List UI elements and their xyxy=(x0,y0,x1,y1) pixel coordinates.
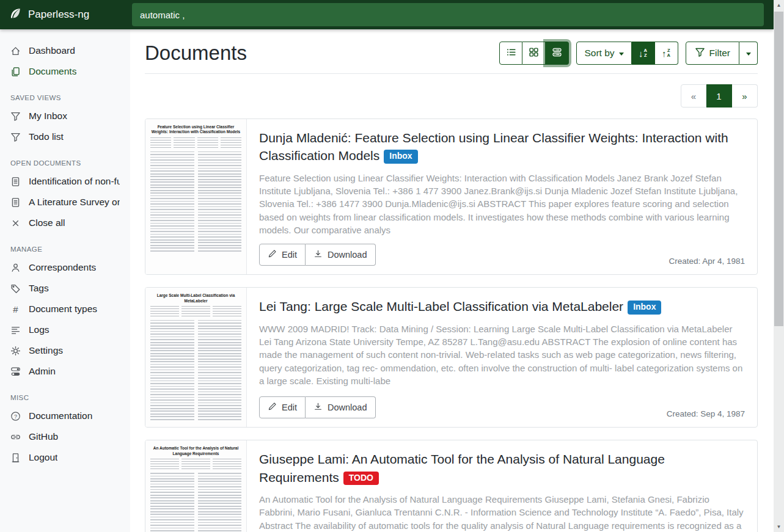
list-view-icon xyxy=(506,47,516,60)
sort-descending-icon: ↑ ZA xyxy=(662,48,670,58)
hash-icon: # xyxy=(10,304,21,315)
tag-badge[interactable]: Inbox xyxy=(628,301,661,314)
detail-view-icon xyxy=(552,47,562,60)
thumbnail-title: Large Scale Multi-Label Classification v… xyxy=(150,293,241,304)
sidebar-item-logs[interactable]: Logs xyxy=(0,319,130,340)
list-view-button[interactable] xyxy=(499,42,522,65)
document-card: Large Scale Multi-Label Classification v… xyxy=(145,287,758,428)
search-bar xyxy=(130,0,774,29)
sidebar-item-documents[interactable]: Documents xyxy=(0,61,130,82)
pagination-next-button[interactable]: » xyxy=(732,84,758,107)
grid-view-icon xyxy=(529,47,539,60)
edit-button[interactable]: Edit xyxy=(259,396,306,418)
gear-icon xyxy=(10,346,21,356)
sidebar-section-manage: MANAGE xyxy=(0,233,130,257)
document-excerpt: Feature Selection using Linear Classifie… xyxy=(259,172,745,236)
search-input[interactable] xyxy=(132,3,764,26)
sidebar-item-settings[interactable]: Settings xyxy=(0,340,130,361)
filter-button[interactable]: Filter xyxy=(686,42,739,65)
pagination-prev-button[interactable]: « xyxy=(681,84,706,107)
tag-badge[interactable]: TODO xyxy=(343,472,379,485)
sidebar-item-close-all[interactable]: Close all xyxy=(0,213,130,233)
sidebar-item-document-types[interactable]: # Document types xyxy=(0,299,130,319)
thumbnail-authors xyxy=(150,459,241,469)
sidebar-item-label: Todo list xyxy=(29,131,64,142)
sidebar-item-my-inbox[interactable]: My Inbox xyxy=(0,106,130,126)
edit-button[interactable]: Edit xyxy=(259,244,306,266)
document-title[interactable]: Lei Tang: Large Scale Multi-Label Classi… xyxy=(259,299,623,313)
sidebar-section-open-documents: OPEN DOCUMENTS xyxy=(0,147,130,171)
sidebar-open-doc-1[interactable]: Identification of non-fu... xyxy=(0,171,130,192)
sidebar-item-label: Tags xyxy=(29,283,49,294)
page-title: Documents xyxy=(145,42,247,65)
document-card: Feature Selection using Linear Classifie… xyxy=(145,118,758,275)
sort-descending-button[interactable]: ↑ ZA xyxy=(655,42,678,65)
sidebar-item-label: Close all xyxy=(29,217,65,228)
page-scrollbar[interactable]: ▲ ▼ xyxy=(774,0,784,532)
thumbnail-text xyxy=(150,320,241,421)
funnel-icon xyxy=(10,111,21,122)
document-thumbnail[interactable]: Large Scale Multi-Label Classification v… xyxy=(145,288,247,427)
document-title[interactable]: Giuseppe Lami: An Automatic Tool for the… xyxy=(259,452,665,484)
view-toggle-group xyxy=(499,42,569,65)
sidebar-section-saved-views: SAVED VIEWS xyxy=(0,82,130,106)
sidebar-item-logout[interactable]: Logout xyxy=(0,447,130,468)
scroll-up-icon[interactable]: ▲ xyxy=(774,0,784,10)
document-thumbnail[interactable]: An Automatic Tool for the Analysis of Na… xyxy=(145,440,247,532)
sidebar-item-admin[interactable]: Admin xyxy=(0,361,130,382)
sidebar-section-misc: MISC xyxy=(0,382,130,406)
app-brand[interactable]: Paperless-ng xyxy=(0,0,130,29)
sort-ascending-button[interactable]: ↓ AZ xyxy=(632,42,655,65)
sort-by-button[interactable]: Sort by xyxy=(576,42,631,65)
sidebar-item-label: Documentation xyxy=(29,410,92,421)
text-lines-icon xyxy=(10,325,21,335)
leaf-logo-icon xyxy=(9,7,21,23)
download-icon xyxy=(313,249,323,260)
document-actions: Edit Download xyxy=(259,244,376,266)
toggles-icon xyxy=(10,366,21,377)
sidebar-item-todo-list[interactable]: Todo list xyxy=(0,126,130,147)
sort-ascending-icon: ↓ AZ xyxy=(639,48,647,58)
detail-view-button[interactable] xyxy=(546,42,569,65)
thumbnail-text xyxy=(150,473,241,532)
download-icon xyxy=(313,402,323,413)
sidebar-item-label: GitHub xyxy=(29,431,58,442)
document-thumbnail[interactable]: Feature Selection using Linear Classifie… xyxy=(145,119,247,274)
sidebar-item-documentation[interactable]: ? Documentation xyxy=(0,406,130,426)
chevron-down-icon xyxy=(746,53,751,56)
close-icon xyxy=(10,218,21,228)
sidebar-item-label: Logs xyxy=(29,324,49,335)
thumbnail-authors xyxy=(150,306,241,316)
created-date: Created: Sep 4, 1987 xyxy=(667,409,745,418)
scrollbar-thumb[interactable] xyxy=(774,12,783,326)
svg-text:?: ? xyxy=(14,413,17,419)
door-icon xyxy=(10,453,21,463)
thumbnail-title: Feature Selection using Linear Classifie… xyxy=(150,125,241,135)
document-excerpt: WWW 2009 MADRID! Track: Data Mining / Se… xyxy=(259,322,745,387)
sidebar-item-label: Documents xyxy=(29,66,76,77)
document-excerpt: An Automatic Tool for the Analysis of Na… xyxy=(259,493,745,532)
pagination-page-1-button[interactable]: 1 xyxy=(706,84,732,107)
thumbnail-title: An Automatic Tool for the Analysis of Na… xyxy=(150,446,241,456)
sidebar-item-label: Dashboard xyxy=(29,45,75,56)
sidebar-item-tags[interactable]: Tags xyxy=(0,278,130,299)
sidebar-item-dashboard[interactable]: Dashboard xyxy=(0,40,130,61)
sidebar-open-doc-2[interactable]: A Literature Survey on ... xyxy=(0,192,130,213)
sidebar: Dashboard Documents SAVED VIEWS My Inbox… xyxy=(0,29,130,532)
home-icon xyxy=(10,46,21,56)
person-icon xyxy=(10,263,21,273)
sidebar-item-github[interactable]: GitHub xyxy=(0,426,130,447)
thumbnail-authors xyxy=(150,137,241,148)
scroll-down-icon[interactable]: ▼ xyxy=(774,522,784,532)
toolbar: Sort by ↓ AZ ↑ ZA xyxy=(499,42,758,65)
sidebar-item-correspondents[interactable]: Correspondents xyxy=(0,257,130,278)
filter-group: Filter xyxy=(686,42,758,65)
grid-view-button[interactable] xyxy=(522,42,546,65)
document-title[interactable]: Dunja Mladenić: Feature Selection using … xyxy=(259,131,728,162)
created-date: Created: Apr 4, 1981 xyxy=(669,257,745,266)
sidebar-item-label: Logout xyxy=(29,452,57,463)
filter-dropdown-button[interactable] xyxy=(739,42,758,65)
download-button[interactable]: Download xyxy=(306,244,376,266)
download-button[interactable]: Download xyxy=(306,396,376,418)
tag-badge[interactable]: Inbox xyxy=(384,150,417,163)
